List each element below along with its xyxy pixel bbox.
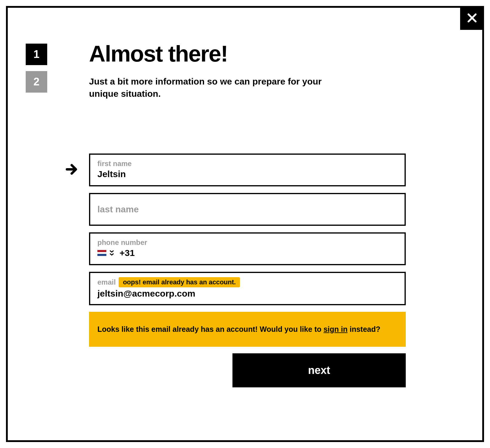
step-indicator: 1 2 (26, 41, 47, 387)
page-title: Almost there! (89, 41, 406, 67)
phone-row: phone number +31 (89, 232, 406, 265)
alert-text-before: Looks like this email already has an acc… (97, 325, 324, 333)
phone-prefix: +31 (120, 248, 135, 258)
phone-field[interactable]: phone number +31 (89, 232, 406, 265)
email-inline-error: oops! email already has an account. (119, 277, 240, 287)
first-name-label: first name (97, 159, 397, 168)
step-1[interactable]: 1 (26, 44, 47, 65)
email-value: jeltsin@acmecorp.com (97, 289, 397, 299)
next-button[interactable]: next (232, 353, 406, 387)
flag-stripe-3 (97, 254, 106, 256)
last-name-field[interactable] (89, 193, 406, 226)
country-flag-icon[interactable] (97, 250, 106, 256)
sign-in-link[interactable]: sign in (324, 325, 348, 333)
first-name-field[interactable]: first name Jeltsin (89, 154, 406, 186)
close-button[interactable] (460, 6, 484, 30)
flag-stripe-1 (97, 250, 106, 252)
main-panel: Almost there! Just a bit more informatio… (89, 41, 406, 387)
alert-text-after: instead? (347, 325, 380, 333)
form-actions: next (89, 353, 406, 387)
first-name-value: Jeltsin (97, 169, 397, 179)
email-exists-alert: Looks like this email already has an acc… (89, 312, 406, 347)
last-name-input[interactable] (97, 194, 397, 225)
phone-label: phone number (97, 238, 397, 247)
country-dropdown-icon[interactable] (109, 250, 114, 256)
modal: 1 2 Almost there! Just a bit more inform… (6, 6, 484, 442)
page-subtitle: Just a bit more information so we can pr… (89, 76, 334, 100)
email-row: email oops! email already has an account… (89, 272, 406, 305)
email-label: email (97, 278, 116, 286)
first-name-row: first name Jeltsin (89, 154, 406, 186)
email-field[interactable]: email oops! email already has an account… (89, 272, 406, 305)
signup-form: first name Jeltsin phone number (89, 154, 406, 387)
arrow-right-icon (65, 162, 79, 178)
step-2[interactable]: 2 (26, 71, 47, 93)
flag-stripe-2 (97, 252, 106, 254)
close-icon (467, 13, 477, 23)
last-name-row (89, 193, 406, 226)
modal-content: 1 2 Almost there! Just a bit more inform… (8, 8, 482, 405)
